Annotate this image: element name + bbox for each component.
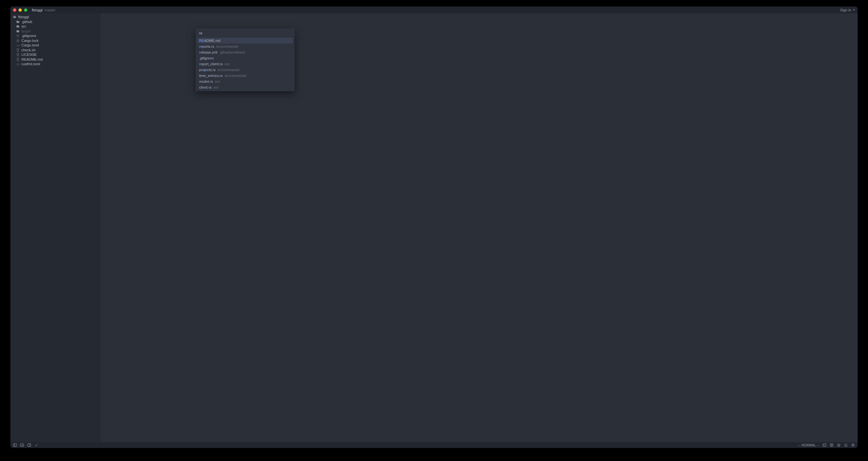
result-filename: client.rs bbox=[199, 86, 212, 89]
file-tree-sidebar: fbtoggl .githubsrctarget.gitignoreCargo.… bbox=[10, 13, 101, 442]
window-controls bbox=[13, 8, 27, 12]
result-path: src/ bbox=[215, 80, 220, 84]
result-filename: model.rs bbox=[199, 79, 213, 84]
file-finder-result[interactable]: reports.rssrc/commands/ bbox=[197, 43, 293, 50]
folder-icon bbox=[16, 20, 20, 23]
terminal-icon[interactable] bbox=[823, 443, 827, 447]
panel-left-icon[interactable] bbox=[13, 443, 17, 447]
tree-item[interactable]: check.sh bbox=[10, 48, 101, 53]
tree-item[interactable]: target bbox=[10, 29, 101, 34]
svg-text:[t]: [t] bbox=[17, 63, 20, 65]
file-finder-results: README.mdreports.rssrc/commands/release.… bbox=[197, 38, 293, 90]
result-filename: projects.rs bbox=[199, 68, 216, 72]
file-finder-result[interactable]: .gitignore bbox=[197, 55, 293, 61]
tree-root[interactable]: fbtoggl bbox=[10, 14, 101, 20]
tree-item[interactable]: .github bbox=[10, 20, 101, 24]
folder-icon bbox=[16, 30, 20, 33]
tree-item-label: LICENSE bbox=[22, 53, 37, 57]
tree-item[interactable]: README.md bbox=[10, 57, 101, 62]
result-path: src/commands/ bbox=[216, 45, 238, 48]
lock-icon bbox=[16, 39, 20, 42]
folder-icon bbox=[16, 25, 20, 28]
folder-open-icon bbox=[13, 15, 16, 19]
svg-rect-1 bbox=[17, 40, 19, 41]
project-name: fbtoggl bbox=[32, 8, 42, 12]
sign-in-button[interactable]: Sign in bbox=[840, 8, 851, 12]
file-icon bbox=[16, 58, 20, 61]
diagnostics-icon[interactable] bbox=[34, 443, 38, 447]
svg-rect-10 bbox=[823, 444, 826, 447]
file-finder-result[interactable]: README.md bbox=[197, 38, 293, 43]
tree-item[interactable]: LICENSE bbox=[10, 52, 101, 57]
result-filename: release.yml bbox=[199, 50, 217, 54]
file-finder-result[interactable]: client.rssrc/ bbox=[197, 85, 293, 90]
file-icon bbox=[16, 48, 20, 52]
svg-rect-8 bbox=[28, 444, 31, 447]
panel-right-icon[interactable] bbox=[27, 443, 31, 447]
result-path: src/commands/ bbox=[224, 74, 247, 77]
svg-point-17 bbox=[853, 445, 854, 446]
file-finder-result[interactable]: report_client.rssrc/ bbox=[197, 61, 293, 67]
result-filename: reports.rs bbox=[199, 44, 214, 48]
svg-rect-6 bbox=[21, 444, 24, 447]
tree-item-label: rustfmt.toml bbox=[22, 62, 40, 66]
tree-item-label: check.sh bbox=[22, 48, 35, 52]
file-finder-result[interactable]: release.yml.github/workflows/ bbox=[197, 50, 293, 55]
file-finder-result[interactable]: model.rssrc/ bbox=[197, 78, 293, 85]
tree-root-label: fbtoggl bbox=[18, 15, 29, 19]
tree-item[interactable]: .gitignore bbox=[10, 33, 101, 38]
tree-item[interactable]: Cargo.lock bbox=[10, 38, 101, 43]
vim-mode-indicator: -- NORMAL -- bbox=[798, 443, 819, 447]
status-bar: -- NORMAL -- bbox=[10, 442, 858, 448]
file-finder-result[interactable]: projects.rssrc/commands/ bbox=[197, 67, 293, 73]
result-filename: report_client.rs bbox=[199, 62, 223, 66]
branch-name[interactable]: master bbox=[44, 8, 56, 12]
error-icon[interactable] bbox=[830, 443, 834, 447]
tree-item-label: Cargo.toml bbox=[22, 43, 39, 47]
tree-item-label: README.md bbox=[22, 58, 42, 61]
tree-item-label: Cargo.lock bbox=[22, 39, 39, 42]
gitignore-icon bbox=[16, 34, 20, 37]
result-filename: time_entries.rs bbox=[199, 74, 222, 77]
result-path: src/ bbox=[213, 86, 219, 89]
tree-item[interactable]: [t]Cargo.toml bbox=[10, 43, 101, 48]
close-icon[interactable] bbox=[13, 8, 16, 12]
file-icon bbox=[16, 53, 20, 56]
file-finder-input[interactable] bbox=[197, 30, 293, 36]
result-path: src/ bbox=[225, 62, 230, 66]
file-finder-result[interactable]: time_entries.rssrc/commands/ bbox=[197, 73, 293, 78]
maximize-icon[interactable] bbox=[24, 8, 27, 12]
tree-item-label: .gitignore bbox=[22, 34, 36, 38]
result-path: .github/workflows/ bbox=[219, 51, 245, 54]
tree-item[interactable]: src bbox=[10, 24, 101, 29]
chevron-down-icon[interactable] bbox=[853, 9, 855, 11]
svg-rect-4 bbox=[13, 444, 17, 447]
notifications-icon[interactable] bbox=[844, 443, 848, 447]
result-filename: .gitignore bbox=[199, 56, 214, 60]
tree-item-label: src bbox=[22, 24, 26, 28]
toml-icon: [t] bbox=[16, 62, 20, 66]
titlebar: fbtoggl master Sign in bbox=[10, 6, 858, 13]
editor-area: README.mdreports.rssrc/commands/release.… bbox=[101, 13, 858, 442]
minimize-icon[interactable] bbox=[19, 8, 22, 12]
svg-point-0 bbox=[18, 36, 18, 36]
tree-item-label: .github bbox=[22, 20, 32, 24]
result-filename: README.md bbox=[199, 39, 220, 42]
copilot-icon[interactable] bbox=[837, 443, 841, 447]
svg-text:[t]: [t] bbox=[17, 44, 20, 46]
cursor-position-icon[interactable] bbox=[851, 443, 855, 447]
file-finder-palette: README.mdreports.rssrc/commands/release.… bbox=[195, 28, 294, 91]
result-path: src/commands/ bbox=[218, 68, 240, 72]
tree-item[interactable]: [t]rustfmt.toml bbox=[10, 62, 101, 67]
panel-bottom-icon[interactable] bbox=[20, 443, 24, 447]
toml-icon: [t] bbox=[16, 43, 20, 47]
editor-window: fbtoggl master Sign in fbtoggl .githubsr… bbox=[10, 6, 858, 448]
tree-item-label: target bbox=[22, 29, 31, 33]
